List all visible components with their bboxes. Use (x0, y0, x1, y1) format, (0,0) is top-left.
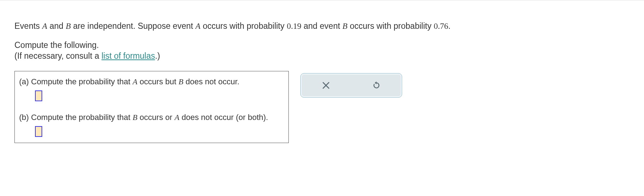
prob-A: 0.19 (287, 22, 301, 31)
svg-marker-2 (375, 81, 377, 84)
text: occurs or (138, 113, 175, 122)
instruction-line2: (If necessary, consult a list of formula… (14, 51, 630, 62)
problem-statement: Events A and B are independent. Suppose … (14, 20, 630, 32)
text: occurs with probability (348, 21, 434, 31)
part-a: (a) Compute the probability that A occur… (15, 71, 288, 107)
var-B: B (132, 113, 137, 122)
part-b: (b) Compute the probability that B occur… (15, 107, 288, 143)
formulas-link[interactable]: list of formulas (101, 51, 155, 61)
part-label: (b) (19, 113, 31, 122)
var-A: A (42, 22, 47, 31)
work-row: (a) Compute the probability that A occur… (14, 71, 630, 143)
instruction-line1: Compute the following. (14, 40, 630, 51)
text: occurs with probability (200, 21, 287, 31)
text: (If necessary, consult a (14, 51, 101, 61)
question-box: (a) Compute the probability that A occur… (14, 71, 289, 143)
text: Events (14, 21, 42, 31)
text: Compute the probability that (31, 77, 132, 86)
text: . (448, 21, 451, 31)
var-B: B (342, 22, 347, 31)
reset-button[interactable] (369, 78, 384, 93)
prob-B: 0.76 (434, 22, 448, 31)
part-label: (a) (19, 77, 31, 86)
question-page: Events A and B are independent. Suppose … (0, 0, 644, 154)
close-icon (322, 81, 330, 89)
text: and (47, 21, 66, 31)
var-A: A (132, 77, 137, 86)
undo-icon (372, 81, 381, 90)
instructions: Compute the following. (If necessary, co… (14, 40, 630, 62)
var-B: B (66, 22, 71, 31)
text: does not occur (or both). (179, 113, 268, 122)
text: Compute the probability that (31, 113, 132, 122)
text: .) (155, 51, 160, 61)
clear-button[interactable] (319, 78, 333, 93)
text: and event (301, 21, 343, 31)
text: does not occur. (183, 77, 239, 86)
var-A: A (195, 22, 200, 31)
text: are independent. Suppose event (71, 21, 195, 31)
var-A: A (174, 113, 179, 122)
answer-toolbar (300, 73, 402, 98)
text: occurs but (138, 77, 179, 86)
var-B: B (178, 77, 183, 86)
answer-input-a[interactable] (35, 90, 42, 101)
answer-input-b[interactable] (35, 126, 42, 137)
